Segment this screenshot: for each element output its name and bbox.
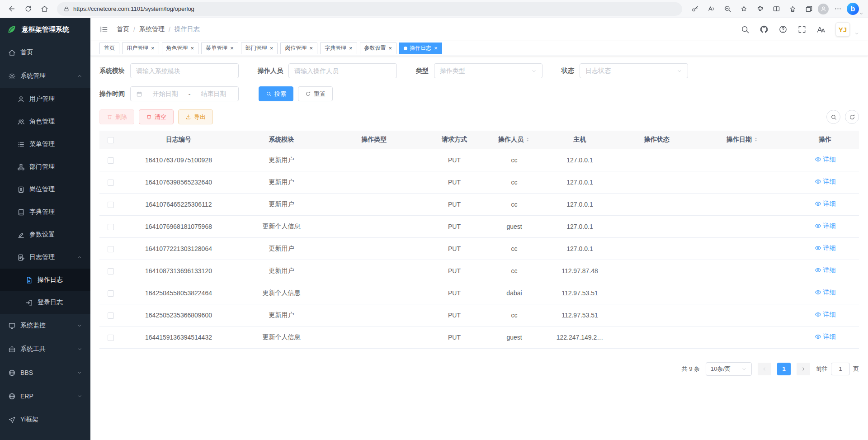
tab-operation-log[interactable]: 操作日志× [399,43,442,54]
search-button[interactable]: 搜索 [259,86,293,101]
tab-user-management[interactable]: 用户管理× [122,43,159,54]
tab-dept-management[interactable]: 部门管理× [241,43,278,54]
sidebar-item-post-management[interactable]: 岗位管理 [0,178,90,201]
read-aloud-icon[interactable] [704,2,718,16]
tab-close-icon[interactable]: × [309,45,313,51]
refresh-icon[interactable] [21,2,35,16]
row-checkbox[interactable] [108,290,114,297]
row-checkbox[interactable] [108,157,114,164]
home-icon[interactable] [37,2,52,16]
help-icon[interactable] [778,25,788,34]
user-avatar[interactable]: YJ [835,22,850,37]
tab-close-icon[interactable]: × [389,45,392,51]
sidebar-item-erp[interactable]: ERP [0,384,90,408]
add-favorite-icon[interactable] [736,2,751,16]
sidebar-item-system-monitor[interactable]: 系统监控 [0,314,90,337]
page-size-select[interactable]: 10条/页 [706,362,752,376]
extensions-icon[interactable] [753,2,767,16]
detail-link[interactable]: 详细 [815,244,836,252]
sidebar-item-login-log[interactable]: 登录日志 [0,291,90,314]
row-checkbox[interactable] [108,246,114,252]
detail-link[interactable]: 详细 [815,333,836,341]
operator-input[interactable] [294,67,391,75]
sidebar-item-home[interactable]: 首页 [0,41,90,64]
chevron-down-icon[interactable] [854,31,859,36]
lock-icon[interactable] [63,6,70,12]
select-all-checkbox[interactable] [108,137,114,143]
chevron-down-icon[interactable] [859,11,863,16]
split-screen-icon[interactable] [769,2,783,16]
tab-close-icon[interactable]: × [230,45,234,51]
collections-icon[interactable] [802,2,816,16]
column-header-date[interactable]: 操作日期 [694,131,791,149]
delete-button[interactable]: 删除 [99,109,134,124]
row-checkbox[interactable] [108,180,114,186]
detail-link[interactable]: 详细 [815,200,836,208]
row-checkbox[interactable] [108,268,114,274]
goto-page-input[interactable] [831,363,850,375]
row-checkbox[interactable] [108,224,114,230]
date-range-picker[interactable]: 开始日期 - 结束日期 [130,86,239,101]
password-key-icon[interactable] [688,2,702,16]
tab-close-icon[interactable]: × [151,45,155,51]
tab-param-settings[interactable]: 参数设置× [360,43,397,54]
row-checkbox[interactable] [108,335,114,341]
sidebar-item-operation-log[interactable]: 操作日志 [0,269,90,291]
github-icon[interactable] [760,25,769,34]
tab-close-icon[interactable]: × [191,45,194,51]
tab-home[interactable]: 首页 [99,43,119,54]
page-1-button[interactable]: 1 [777,363,791,375]
sidebar-item-role-management[interactable]: 角色管理 [0,110,90,133]
tab-close-icon[interactable]: × [434,45,438,51]
module-input[interactable] [136,67,233,75]
detail-link[interactable]: 详细 [815,266,836,274]
font-size-icon[interactable] [816,25,826,34]
breadcrumb-system[interactable]: 系统管理 [139,25,165,33]
sidebar-item-system-management[interactable]: 系统管理 [0,64,90,88]
tab-dict-management[interactable]: 字典管理× [320,43,357,54]
address-bar[interactable]: https://ccnetcore.com:1101/system/log/op… [57,2,682,16]
tab-post-management[interactable]: 岗位管理× [280,43,317,54]
sidebar-item-yi-framework[interactable]: Yi框架 [0,408,90,431]
sidebar-item-bbs[interactable]: BBS [0,361,90,384]
detail-link[interactable]: 详细 [815,289,836,297]
detail-link[interactable]: 详细 [815,156,836,164]
sort-icon[interactable] [525,136,530,143]
tab-close-icon[interactable]: × [349,45,353,51]
reset-button[interactable]: 重置 [298,86,333,101]
tab-menu-management[interactable]: 菜单管理× [201,43,238,54]
detail-link[interactable]: 详细 [815,311,836,319]
detail-link[interactable]: 详细 [815,222,836,230]
sort-icon[interactable] [753,136,759,143]
detail-link[interactable]: 详细 [815,178,836,186]
row-checkbox[interactable] [108,202,114,208]
sidebar-item-user-management[interactable]: 用户管理 [0,88,90,110]
sidebar-item-dept-management[interactable]: 部门管理 [0,156,90,178]
row-checkbox[interactable] [108,312,114,319]
fullscreen-icon[interactable] [797,25,807,34]
refresh-table-button[interactable] [845,110,859,124]
search-icon[interactable] [741,25,750,34]
sidebar-item-menu-management[interactable]: 菜单管理 [0,133,90,156]
clear-button[interactable]: 清空 [139,109,174,124]
toggle-search-button[interactable] [826,110,840,124]
more-menu-icon[interactable] [830,2,845,16]
bing-copilot-icon[interactable]: b [847,3,859,15]
sidebar-item-param-settings[interactable]: 参数设置 [0,223,90,246]
tab-close-icon[interactable]: × [270,45,274,51]
breadcrumb-home[interactable]: 首页 [117,25,129,33]
sidebar-item-log-management[interactable]: 日志管理 [0,246,90,269]
favorites-icon[interactable] [785,2,800,16]
sidebar-item-dict-management[interactable]: 字典管理 [0,201,90,223]
back-icon[interactable] [5,2,19,16]
export-button[interactable]: 导出 [178,109,213,124]
type-select[interactable]: 操作类型 [434,63,542,78]
column-header-operator[interactable]: 操作人员 [488,131,540,149]
tab-role-management[interactable]: 角色管理× [162,43,199,54]
next-page-button[interactable] [797,363,810,375]
prev-page-button[interactable] [758,363,771,375]
browser-profile-avatar[interactable] [818,4,829,14]
sidebar-item-system-tools[interactable]: 系统工具 [0,337,90,361]
zoom-out-icon[interactable] [720,2,735,16]
status-select[interactable]: 日志状态 [580,63,688,78]
